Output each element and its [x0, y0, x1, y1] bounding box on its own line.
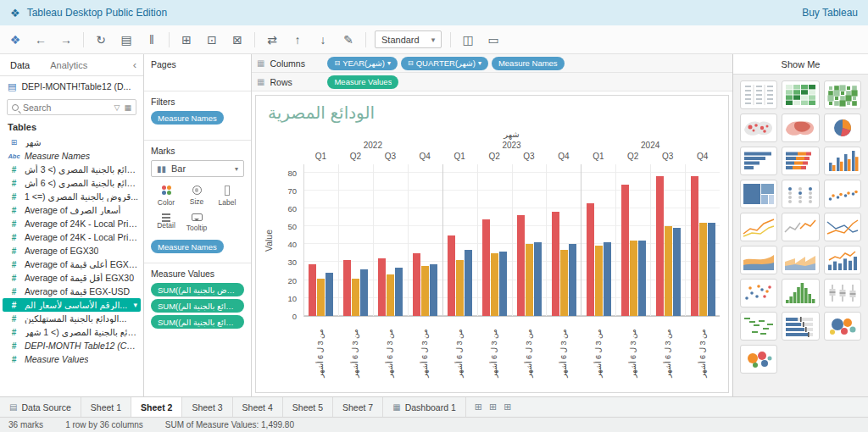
field-item[interactable]: #Average of أسعار الصرف: [0, 203, 143, 217]
bar[interactable]: [499, 252, 507, 316]
sheet-tab-sheet-2[interactable]: Sheet 2: [131, 397, 182, 417]
field-item[interactable]: #قروض بالجنية المصرى (=> 1...: [0, 190, 143, 203]
field-item[interactable]: #Average of 24K - Local Pric...: [0, 217, 143, 230]
field-pill[interactable]: Measure Names: [151, 111, 224, 125]
bar[interactable]: [595, 246, 603, 316]
field-pill[interactable]: SUM((الودائع بالجنية الم: [151, 299, 244, 313]
new-dashboard-icon[interactable]: ⊞: [489, 402, 497, 413]
sort-descending-icon[interactable]: ↓: [314, 33, 331, 47]
showme-thumbnail-stacked-bars[interactable]: [782, 147, 819, 175]
bar[interactable]: [360, 269, 368, 316]
showme-thumbnail-discrete-area[interactable]: [782, 246, 819, 274]
showme-thumbnail-horizontal-bars[interactable]: [740, 147, 777, 175]
showme-thumbnail-heat-map[interactable]: [824, 80, 861, 109]
field-item[interactable]: #الودائع بالجنية المصرى (> 6 أش...: [0, 176, 143, 190]
highlight-icon[interactable]: ✎: [340, 33, 357, 47]
tooltip-button[interactable]: Tooltip: [181, 209, 212, 236]
bar[interactable]: [482, 219, 490, 316]
bar[interactable]: [569, 244, 576, 316]
bar[interactable]: [665, 226, 672, 316]
sheet-tab-sheet-1[interactable]: Sheet 1: [81, 397, 131, 417]
field-item[interactable]: #Average of 24K - Local Pric...: [0, 230, 143, 244]
field-item[interactable]: #Measure Values: [0, 352, 143, 366]
field-item[interactable]: #الودائع بالجنية المستهلكين...: [0, 312, 143, 325]
field-pill[interactable]: SUM((القروض بالجنية الم: [151, 283, 244, 296]
showme-thumbnail-box-and-whisker[interactable]: [824, 279, 861, 307]
field-item[interactable]: #Average of EGX30: [0, 244, 143, 258]
field-item[interactable]: #Average of قيمة EGX-USD: [0, 285, 143, 298]
field-pill[interactable]: Measure Names: [151, 240, 224, 253]
showme-thumbnail-scatter-plot[interactable]: [740, 279, 777, 307]
pages-shelf[interactable]: Pages: [144, 54, 251, 91]
filter-fields-icon[interactable]: ▽: [114, 103, 120, 112]
bar[interactable]: [699, 223, 707, 316]
bar[interactable]: [413, 253, 420, 316]
label-button[interactable]: Label: [212, 182, 242, 209]
sheet-tab-sheet-3[interactable]: Sheet 3: [182, 397, 232, 417]
sheet-tab-sheet-4[interactable]: Sheet 4: [233, 397, 283, 417]
tab-data[interactable]: Data: [0, 56, 40, 75]
bar[interactable]: [421, 266, 429, 316]
field-pill[interactable]: ⊟YEAR(شهر)▾: [327, 57, 398, 70]
field-search[interactable]: ▽ ▦: [7, 99, 136, 115]
bar[interactable]: [456, 260, 464, 316]
bar[interactable]: [326, 273, 333, 316]
bar[interactable]: [604, 242, 611, 316]
filters-shelf[interactable]: Filters Measure Names: [144, 91, 251, 141]
duplicate-sheet-icon[interactable]: ⊡: [203, 33, 220, 47]
rows-shelf[interactable]: ▦ Rows Measure Values: [252, 73, 732, 91]
showme-thumbnail-treemap[interactable]: [740, 180, 777, 208]
field-pill[interactable]: Measure Names: [492, 57, 565, 70]
bar[interactable]: [517, 215, 525, 316]
showme-thumbnail-circle-views[interactable]: [782, 180, 819, 208]
showme-thumbnail-data-guide[interactable]: [740, 345, 777, 374]
bar[interactable]: [343, 260, 351, 316]
field-item[interactable]: #DEPI-MONTH Table12 (Cou...: [0, 339, 143, 352]
showme-thumbnail-histogram[interactable]: [782, 279, 819, 307]
size-button[interactable]: Size: [181, 182, 212, 209]
columns-shelf[interactable]: ▦ Columns ⊟YEAR(شهر)▾⊟QUARTER(شهر)▾Measu…: [252, 54, 732, 73]
showme-thumbnail-gantt[interactable]: [740, 312, 777, 341]
bar[interactable]: [621, 185, 629, 316]
detail-button[interactable]: Detail: [151, 209, 181, 236]
bar[interactable]: [638, 241, 646, 316]
field-item[interactable]: #الودائع بالجنية المصرى (> 3 أش...: [0, 163, 143, 176]
bar[interactable]: [378, 258, 386, 316]
color-button[interactable]: Color: [151, 182, 181, 209]
field-item[interactable]: #Average of أعلى قيمة EGX30: [0, 258, 143, 271]
bar[interactable]: [309, 264, 316, 316]
fit-mode-select[interactable]: Standard ▾: [375, 30, 442, 48]
showme-thumbnail-dual-lines[interactable]: [824, 213, 861, 241]
bar[interactable]: [534, 242, 542, 316]
buy-tableau-link[interactable]: Buy Tableau: [802, 7, 858, 19]
sheet-tab-sheet-5[interactable]: Sheet 5: [283, 397, 333, 417]
field-item[interactable]: ⊞شهر: [0, 136, 143, 149]
field-pill[interactable]: Measure Values: [327, 75, 398, 89]
showme-thumbnail-continuous-lines[interactable]: [740, 213, 777, 241]
showme-thumbnail-side-by-side-bars[interactable]: [824, 147, 861, 175]
bar[interactable]: [491, 253, 498, 316]
presentation-mode-icon[interactable]: ▭: [485, 33, 502, 47]
bar[interactable]: [352, 279, 359, 316]
field-pill[interactable]: SUM((الودائع بالجنية الم: [151, 315, 244, 329]
bar[interactable]: [526, 244, 533, 316]
sheet-tab-sheet-7[interactable]: Sheet 7: [333, 397, 383, 417]
clear-sheet-icon[interactable]: ⊠: [229, 33, 246, 47]
view-options-icon[interactable]: ▦: [124, 103, 131, 112]
field-pill[interactable]: ⊟QUARTER(شهر)▾: [401, 57, 488, 70]
bar[interactable]: [691, 176, 698, 316]
pause-updates-icon[interactable]: ‖: [143, 33, 160, 47]
bar[interactable]: [317, 279, 325, 316]
sheet-tab-dashboard-1[interactable]: ▦Dashboard 1: [383, 397, 466, 417]
sort-ascending-icon[interactable]: ↑: [289, 33, 306, 47]
bar[interactable]: [395, 268, 403, 316]
field-item[interactable]: #الرقم الأساسي لأسعار الم...▾: [3, 298, 141, 312]
collapse-pane-icon[interactable]: ‹: [126, 58, 143, 71]
bar[interactable]: [448, 235, 455, 316]
new-worksheet-icon[interactable]: ⊞: [475, 402, 482, 413]
bar[interactable]: [430, 264, 437, 316]
bar[interactable]: [552, 212, 559, 316]
undo-icon[interactable]: ←: [32, 33, 49, 47]
showme-thumbnail-bullet-graph[interactable]: [782, 312, 819, 341]
redo-icon[interactable]: →: [58, 33, 75, 47]
